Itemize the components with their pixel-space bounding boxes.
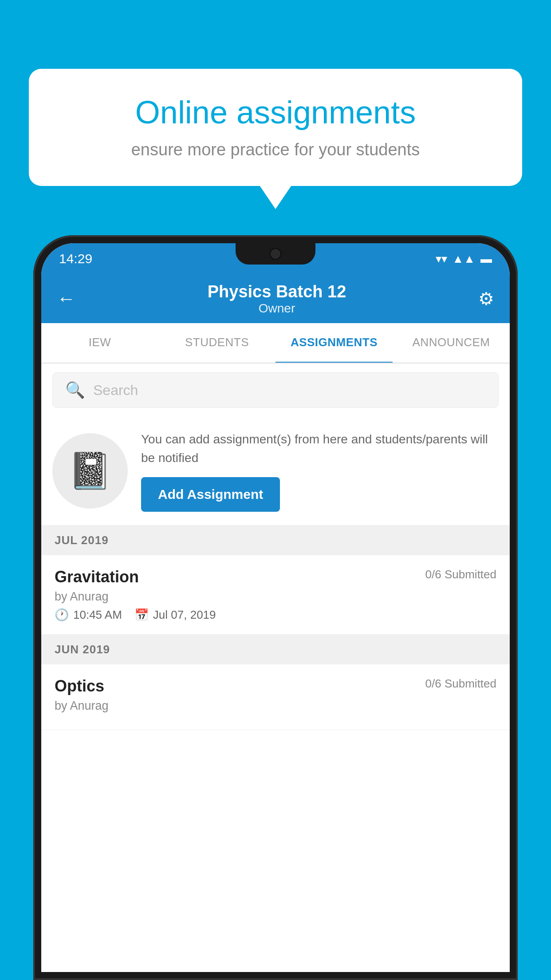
tab-students[interactable]: STUDENTS [158, 323, 276, 363]
assignment-top: Gravitation 0/6 Submitted [55, 568, 496, 586]
assignment-submitted-optics: 0/6 Submitted [425, 677, 496, 691]
app-header: ← Physics Batch 12 Owner ⚙ [41, 274, 510, 323]
battery-icon: ▬ [480, 252, 492, 266]
search-input[interactable]: Search [93, 382, 138, 399]
status-time: 14:29 [59, 251, 92, 266]
phone-frame: 14:29 ▾▾ ▲▲ ▬ ← Physics Batch 12 Owner ⚙… [33, 235, 518, 980]
header-title-block: Physics Batch 12 Owner [208, 282, 346, 316]
search-bar[interactable]: 🔍 Search [52, 372, 499, 408]
notebook-icon: 📓 [68, 450, 112, 492]
assignment-author-optics: by Anurag [55, 699, 496, 713]
assignment-meta-gravitation: 🕐 10:45 AM 📅 Jul 07, 2019 [55, 608, 496, 622]
assignment-item-gravitation[interactable]: Gravitation 0/6 Submitted by Anurag 🕐 10… [41, 555, 510, 635]
wifi-icon: ▾▾ [436, 252, 447, 266]
promo-bubble: Online assignments ensure more practice … [29, 69, 522, 186]
assignment-date-value: Jul 07, 2019 [153, 608, 216, 622]
assignment-name-gravitation: Gravitation [55, 568, 139, 586]
assignment-author-gravitation: by Anurag [55, 590, 496, 604]
promo-text-block: You can add assignment(s) from here and … [141, 430, 499, 512]
promo-subtitle: ensure more practice for your students [58, 140, 493, 159]
assignment-time: 🕐 10:45 AM [55, 608, 122, 622]
assignment-item-optics[interactable]: Optics 0/6 Submitted by Anurag [41, 664, 510, 730]
promo-title: Online assignments [58, 93, 493, 131]
promo-icon-circle: 📓 [52, 433, 128, 509]
batch-title: Physics Batch 12 [208, 282, 346, 301]
assignment-time-value: 10:45 AM [73, 608, 122, 622]
signal-icon: ▲▲ [453, 252, 475, 266]
calendar-icon: 📅 [134, 608, 149, 622]
section-header-jul: JUL 2019 [41, 526, 510, 555]
back-button[interactable]: ← [57, 288, 75, 309]
tabs-bar: IEW STUDENTS ASSIGNMENTS ANNOUNCEM [41, 323, 510, 364]
assignment-date: 📅 Jul 07, 2019 [134, 608, 216, 622]
tab-iew[interactable]: IEW [41, 323, 158, 363]
search-container: 🔍 Search [41, 364, 510, 417]
phone-inner: 14:29 ▾▾ ▲▲ ▬ ← Physics Batch 12 Owner ⚙… [41, 243, 510, 972]
promo-section: 📓 You can add assignment(s) from here an… [41, 417, 510, 526]
settings-icon[interactable]: ⚙ [478, 288, 494, 309]
promo-description: You can add assignment(s) from here and … [141, 430, 499, 467]
assignment-name-optics: Optics [55, 677, 104, 695]
add-assignment-button[interactable]: Add Assignment [141, 477, 280, 512]
batch-subtitle: Owner [208, 301, 346, 316]
tab-assignments[interactable]: ASSIGNMENTS [276, 323, 393, 364]
section-header-jun: JUN 2019 [41, 635, 510, 664]
status-icons: ▾▾ ▲▲ ▬ [436, 252, 492, 266]
search-icon: 🔍 [65, 381, 85, 399]
phone-notch [236, 243, 315, 265]
assignment-submitted-gravitation: 0/6 Submitted [425, 568, 496, 581]
tab-announcements[interactable]: ANNOUNCEM [393, 323, 510, 363]
assignment-top-optics: Optics 0/6 Submitted [55, 677, 496, 695]
clock-icon: 🕐 [55, 608, 69, 622]
phone-camera [269, 248, 282, 260]
